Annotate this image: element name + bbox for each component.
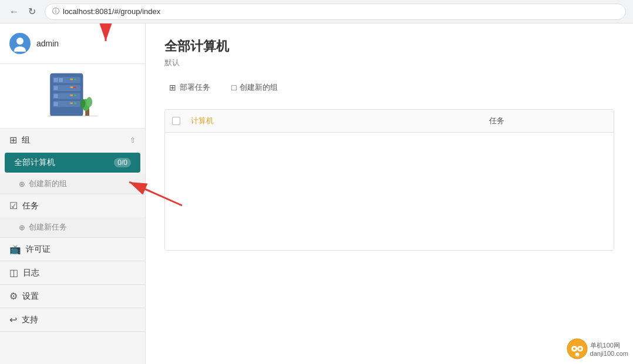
lock-icon: ⓘ: [52, 6, 59, 16]
svg-rect-17: [53, 102, 58, 106]
deploy-task-button[interactable]: ⊞ 部署任务: [164, 80, 215, 95]
sidebar-item-license[interactable]: 📺 许可证: [0, 238, 145, 261]
task-icon: ☑: [9, 200, 18, 211]
address-bar[interactable]: ⓘ localhost:8081/#/group/index: [45, 4, 626, 20]
svg-rect-7: [73, 79, 76, 80]
select-all-checkbox[interactable]: [172, 117, 180, 125]
table-header: 计算机 任务: [165, 110, 614, 133]
table-check-col: [172, 117, 184, 125]
license-label: 许可证: [26, 244, 136, 255]
svg-rect-9: [53, 86, 58, 90]
license-icon: 📺: [9, 244, 21, 255]
settings-icon: ⚙: [9, 291, 18, 302]
nav-section-log: ◫ 日志: [0, 261, 145, 285]
log-label: 日志: [23, 268, 136, 278]
sidebar-item-settings[interactable]: ⚙ 设置: [0, 285, 145, 308]
create-group-btn-icon: □: [231, 83, 236, 92]
svg-rect-11: [73, 86, 76, 88]
svg-rect-14: [70, 95, 72, 96]
create-group-label: 创建新的组: [29, 178, 67, 189]
user-name: admin: [36, 39, 59, 48]
sidebar-item-create-task[interactable]: ⊕ 创建新任务: [0, 217, 145, 237]
deploy-task-label: 部署任务: [180, 82, 210, 93]
svg-rect-15: [73, 95, 76, 96]
sidebar-item-support[interactable]: ↩ 支持: [0, 308, 145, 331]
nav-section-settings: ⚙ 设置: [0, 285, 145, 308]
watermark: + 单机100网 danji100.com: [567, 338, 628, 359]
sidebar: admin: [0, 23, 146, 364]
settings-label: 设置: [22, 291, 136, 302]
svg-rect-18: [70, 103, 72, 105]
app-layout: admin: [0, 23, 633, 364]
sidebar-item-group[interactable]: ⊞ 组 ⇧: [0, 129, 145, 151]
action-bar: ⊞ 部署任务 □ 创建新的组: [164, 80, 614, 95]
url-text: localhost:8081/#/group/index: [63, 7, 160, 16]
all-computers-badge: 0/0: [114, 158, 131, 167]
svg-point-23: [80, 99, 85, 108]
sidebar-nav: ⊞ 组 ⇧ 全部计算机 0/0 ⊕ 创建新的组 ☑: [0, 129, 145, 364]
group-arrow: ⇧: [130, 136, 136, 144]
sidebar-item-log[interactable]: ◫ 日志: [0, 261, 145, 284]
server-svg: [38, 71, 108, 121]
nav-section-task: ☑ 任务 ⊕ 创建新任务: [0, 194, 145, 238]
user-section: admin: [0, 23, 145, 64]
svg-text:+: +: [576, 353, 578, 357]
page-title: 全部计算机: [164, 38, 614, 55]
table-body: [165, 133, 614, 250]
server-illustration: [0, 64, 145, 129]
create-task-label: 创建新任务: [29, 222, 67, 232]
svg-point-0: [16, 38, 23, 45]
table-computer-header: 计算机: [191, 116, 482, 126]
support-label: 支持: [22, 315, 136, 325]
svg-rect-19: [73, 103, 76, 105]
table-task-header: 任务: [489, 116, 607, 126]
group-icon: ⊞: [9, 134, 17, 146]
svg-rect-6: [70, 79, 72, 80]
svg-point-22: [86, 97, 92, 107]
watermark-logo-area: + 单机100网 danji100.com: [567, 338, 628, 359]
support-icon: ↩: [9, 314, 17, 325]
svg-rect-4: [53, 78, 58, 82]
nav-section-support: ↩ 支持: [0, 308, 145, 332]
group-label: 组: [22, 135, 125, 146]
svg-rect-13: [53, 94, 58, 98]
page-subtitle: 默认: [164, 58, 614, 68]
svg-point-1: [14, 46, 26, 52]
reload-button[interactable]: ↻: [25, 5, 39, 19]
create-group-plus-icon: ⊕: [19, 180, 25, 188]
back-button[interactable]: ←: [7, 5, 21, 19]
nav-buttons: ← ↻: [7, 5, 39, 19]
create-task-plus-icon: ⊕: [19, 223, 25, 232]
main-content: 全部计算机 默认 ⊞ 部署任务 □ 创建新的组 计算机 任务: [146, 23, 633, 364]
watermark-text: 单机100网 danji100.com: [590, 341, 628, 357]
browser-chrome: ← ↻ ⓘ localhost:8081/#/group/index: [0, 0, 633, 23]
svg-rect-5: [59, 78, 63, 82]
user-avatar: [9, 33, 31, 54]
computer-table: 计算机 任务: [164, 109, 614, 251]
log-icon: ◫: [9, 267, 18, 278]
sidebar-item-task[interactable]: ☑ 任务: [0, 194, 145, 217]
create-group-button[interactable]: □ 创建新的组: [227, 80, 282, 95]
svg-rect-10: [70, 86, 72, 88]
svg-point-31: [573, 348, 575, 350]
watermark-logo: +: [567, 338, 588, 359]
task-label: 任务: [22, 201, 136, 211]
all-computers-label: 全部计算机: [14, 157, 55, 168]
svg-point-32: [579, 348, 581, 350]
sidebar-item-all-computers[interactable]: 全部计算机 0/0: [5, 153, 140, 173]
nav-section-group: ⊞ 组 ⇧ 全部计算机 0/0 ⊕ 创建新的组: [0, 129, 145, 194]
create-group-btn-label: 创建新的组: [240, 82, 278, 93]
deploy-task-icon: ⊞: [169, 83, 176, 92]
sidebar-item-create-group[interactable]: ⊕ 创建新的组: [0, 174, 145, 194]
nav-section-license: 📺 许可证: [0, 238, 145, 261]
